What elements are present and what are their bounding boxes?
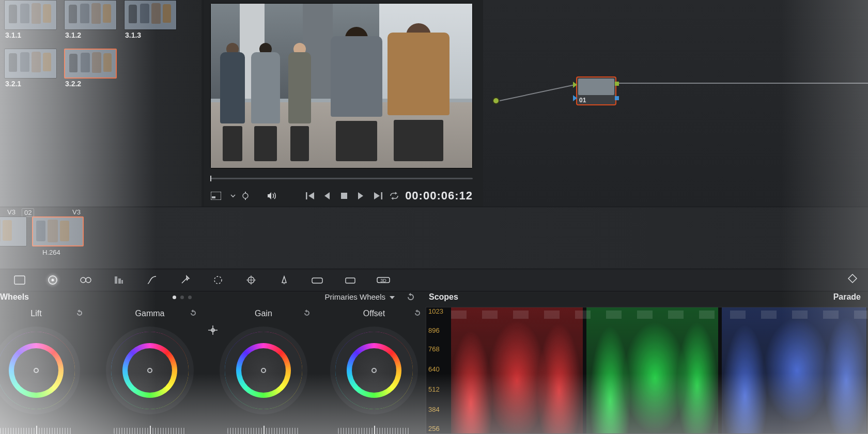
svg-rect-8 bbox=[14, 276, 25, 284]
svg-point-16 bbox=[214, 276, 222, 284]
wheels-page-dots[interactable] bbox=[173, 296, 192, 299]
color-wheels-icon[interactable] bbox=[45, 273, 60, 287]
still-label: 3.2.1 bbox=[5, 80, 21, 88]
master-wheel[interactable] bbox=[227, 428, 300, 434]
prev-clip-icon[interactable] bbox=[305, 190, 316, 202]
color-warper-icon[interactable] bbox=[178, 273, 192, 287]
timeline-clip-thumb-selected[interactable] bbox=[32, 216, 84, 246]
still-label: 3.1.2 bbox=[65, 31, 81, 39]
thumbnail-timeline[interactable]: V3 02 V3 H.264 bbox=[0, 207, 868, 269]
viewer-scrubber[interactable] bbox=[210, 174, 473, 185]
still-thumb[interactable] bbox=[4, 49, 57, 79]
master-wheel[interactable] bbox=[0, 428, 72, 434]
camera-raw-icon[interactable] bbox=[12, 273, 27, 287]
node-edge bbox=[616, 83, 868, 84]
viewer-image[interactable] bbox=[210, 3, 473, 168]
svg-rect-4 bbox=[245, 198, 246, 200]
still-thumb[interactable] bbox=[4, 0, 57, 30]
svg-rect-14 bbox=[118, 278, 121, 284]
node-graph[interactable]: 01 bbox=[483, 0, 868, 207]
image-wipe-icon[interactable] bbox=[210, 190, 222, 202]
node-alpha-output-icon[interactable] bbox=[615, 96, 619, 100]
svg-rect-5 bbox=[306, 192, 307, 199]
play-icon[interactable] bbox=[355, 190, 366, 202]
scopes-title: Scopes bbox=[429, 292, 458, 302]
clip-number-tag[interactable]: 02 bbox=[22, 208, 34, 217]
parade-blue bbox=[722, 307, 866, 433]
chevron-down-icon[interactable] bbox=[227, 190, 238, 202]
reset-icon[interactable] bbox=[303, 309, 312, 318]
stereo-3d-icon[interactable]: 3D bbox=[376, 273, 391, 287]
offset-wheel[interactable]: Offset bbox=[322, 309, 426, 434]
node-source-dot[interactable] bbox=[492, 97, 500, 104]
svg-rect-22 bbox=[346, 278, 355, 283]
stills-gallery: 3.1.1 3.1.2 3.1.3 3.2.1 3.2.2 bbox=[0, 0, 202, 207]
volume-icon[interactable] bbox=[266, 190, 277, 202]
svg-rect-3 bbox=[245, 192, 246, 193]
svg-rect-21 bbox=[312, 278, 322, 283]
svg-rect-1 bbox=[212, 196, 215, 198]
still-thumb-selected[interactable] bbox=[64, 49, 117, 79]
scope-y-axis: 1023 896 768 640 512 384 256 bbox=[428, 307, 449, 433]
wheel-label: Offset bbox=[322, 309, 426, 318]
svg-point-12 bbox=[86, 277, 91, 283]
rgb-mixer-icon[interactable] bbox=[112, 273, 126, 287]
palette-toolbar: 3D bbox=[0, 269, 868, 291]
node-alpha-input-icon[interactable] bbox=[573, 95, 577, 101]
gain-wheel[interactable]: Gain bbox=[212, 309, 315, 434]
stop-icon[interactable] bbox=[338, 190, 350, 202]
reset-icon[interactable] bbox=[413, 309, 423, 318]
hdr-wheels-icon[interactable] bbox=[79, 273, 93, 287]
reset-icon[interactable] bbox=[75, 309, 85, 318]
svg-point-2 bbox=[243, 193, 248, 198]
wheel-label: Lift bbox=[0, 309, 88, 318]
scopes-panel: Scopes Parade 1023 896 768 640 512 384 2… bbox=[426, 291, 868, 434]
wheel-label: Gamma bbox=[98, 309, 202, 318]
svg-rect-15 bbox=[121, 280, 123, 284]
still-label: 3.1.3 bbox=[125, 31, 141, 39]
node-rgb-output-icon[interactable] bbox=[615, 82, 619, 86]
viewer-timecode[interactable]: 00:00:06:12 bbox=[405, 189, 473, 203]
qualifier-icon[interactable] bbox=[211, 273, 225, 287]
parade-red bbox=[451, 307, 583, 433]
color-node[interactable]: 01 bbox=[576, 76, 616, 105]
keyframes-panel-icon[interactable] bbox=[847, 273, 862, 288]
still-thumb[interactable] bbox=[124, 0, 177, 30]
still-label: 3.2.2 bbox=[65, 80, 81, 88]
timeline-track-label: V3 bbox=[72, 208, 81, 216]
node-rgb-input-icon[interactable] bbox=[573, 82, 577, 88]
wheel-label: Gain bbox=[212, 309, 315, 318]
node-label: 01 bbox=[579, 97, 586, 104]
reset-all-icon[interactable] bbox=[406, 292, 416, 303]
next-clip-icon[interactable] bbox=[371, 190, 383, 202]
timeline-track-label: V3 bbox=[7, 208, 16, 216]
curves-icon[interactable] bbox=[145, 273, 159, 287]
primaries-mode-dropdown[interactable]: Primaries Wheels bbox=[324, 292, 395, 301]
timeline-clip-thumb[interactable] bbox=[0, 216, 27, 246]
svg-point-20 bbox=[283, 282, 285, 284]
wheels-panel-title: Wheels bbox=[0, 292, 29, 302]
still-thumb[interactable] bbox=[64, 0, 117, 30]
unmix-icon[interactable] bbox=[240, 190, 251, 202]
svg-rect-13 bbox=[115, 276, 117, 284]
windows-icon[interactable] bbox=[244, 273, 258, 287]
blur-icon[interactable] bbox=[310, 273, 324, 287]
parade-scope[interactable]: 1023 896 768 640 512 384 256 bbox=[426, 307, 868, 434]
transport-bar: 00:00:06:12 bbox=[210, 187, 473, 205]
svg-rect-0 bbox=[211, 192, 221, 200]
svg-rect-7 bbox=[381, 192, 382, 199]
viewer-panel: 00:00:06:12 bbox=[204, 0, 483, 207]
master-wheel[interactable] bbox=[114, 428, 186, 434]
tracker-icon[interactable] bbox=[277, 273, 291, 287]
gamma-wheel[interactable]: Gamma bbox=[98, 309, 202, 434]
key-icon[interactable] bbox=[343, 273, 358, 287]
reset-icon[interactable] bbox=[189, 309, 198, 318]
svg-point-11 bbox=[81, 277, 86, 283]
step-back-icon[interactable] bbox=[321, 190, 333, 202]
clip-codec-label: H.264 bbox=[42, 249, 60, 256]
master-wheel[interactable] bbox=[338, 428, 410, 434]
scopes-mode-dropdown[interactable]: Parade bbox=[833, 292, 861, 302]
parade-green bbox=[586, 307, 718, 433]
loop-icon[interactable] bbox=[389, 190, 400, 202]
lift-wheel[interactable]: Lift bbox=[0, 309, 88, 434]
